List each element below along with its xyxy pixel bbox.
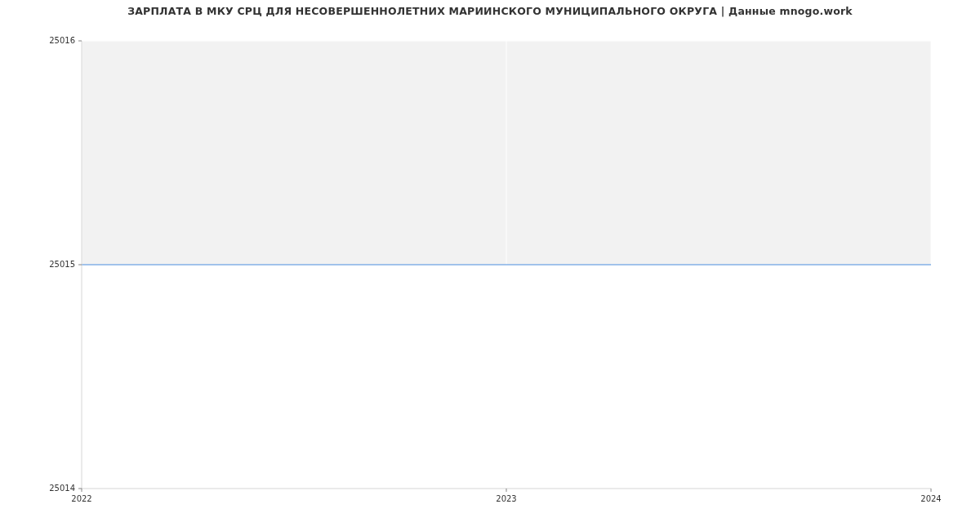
chart-container: ЗАРПЛАТА В МКУ СРЦ ДЛЯ НЕСОВЕРШЕННОЛЕТНИ…: [0, 0, 980, 531]
chart-svg: 202220232024250142501525016: [0, 0, 980, 531]
x-tick-label: 2022: [71, 494, 91, 503]
series-fill: [82, 265, 931, 489]
x-tick-label: 2024: [920, 494, 941, 503]
y-tick-label: 25016: [49, 36, 75, 45]
x-tick-label: 2023: [496, 494, 516, 503]
y-tick-label: 25015: [49, 260, 75, 269]
y-tick-label: 25014: [49, 484, 75, 493]
